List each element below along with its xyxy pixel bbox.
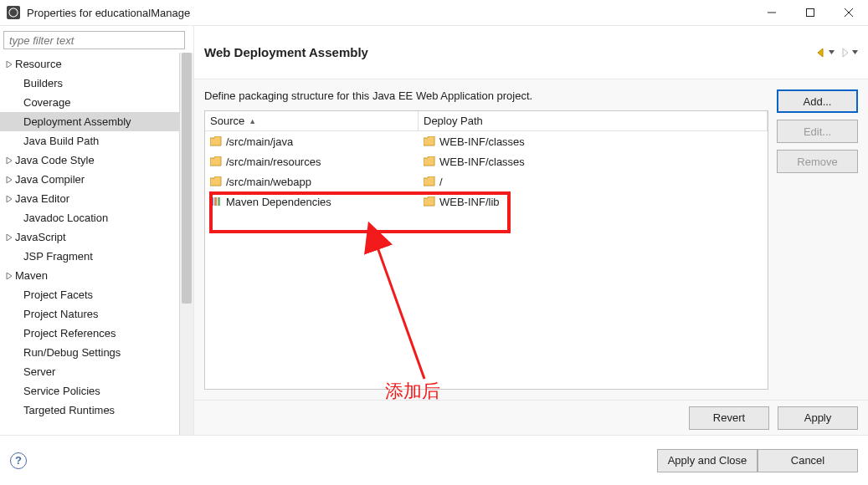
filter-container [3, 31, 185, 49]
tree-item[interactable]: Java Compiler [0, 170, 193, 189]
tree-item[interactable]: Project Natures [0, 304, 193, 324]
tree-item[interactable]: Server [0, 362, 193, 381]
tree-item[interactable]: JavaScript [0, 227, 193, 247]
tree-item[interactable]: Project Facets [0, 285, 193, 304]
panel-footer: Revert Apply [194, 400, 868, 435]
tree-item[interactable]: Java Build Path [0, 131, 193, 151]
maximize-button[interactable] [791, 0, 829, 25]
apply-and-close-button[interactable]: Apply and Close [657, 449, 758, 472]
tree-item-label: Java Build Path [15, 135, 99, 147]
tree-item[interactable]: Run/Debug Settings [0, 343, 193, 362]
svg-line-7 [377, 245, 424, 379]
tree-item-label: Java Editor [15, 192, 69, 205]
tree-item-label: Project References [15, 327, 116, 340]
side-button-column: Add... Edit... Remove [777, 89, 858, 390]
library-icon [210, 197, 222, 207]
apply-button[interactable]: Apply [778, 406, 858, 430]
tree-item-label: JavaScript [15, 231, 66, 243]
table-row[interactable]: Maven DependenciesWEB-INF/lib [205, 191, 768, 212]
minimize-button[interactable] [752, 0, 791, 25]
remove-button[interactable]: Remove [777, 150, 858, 173]
tree-item-label: Javadoc Location [15, 212, 108, 224]
cell-source: /src/main/resources [226, 156, 321, 168]
folder-icon [424, 197, 435, 207]
filter-input[interactable] [3, 31, 185, 49]
tree-item-label: Server [15, 365, 55, 378]
folder-icon [424, 136, 435, 146]
tree-item[interactable]: Java Code Style [0, 151, 193, 170]
tree-item-label: Project Natures [15, 308, 99, 320]
sidebar: ResourceBuildersCoverageDeployment Assem… [0, 26, 194, 435]
panel-description: Define packaging structure for this Java… [204, 89, 768, 102]
folder-icon [210, 136, 222, 146]
tree-item-label: Project Facets [15, 288, 93, 301]
folder-icon [210, 176, 222, 186]
cell-deploy-path: WEB-INF/classes [439, 156, 525, 168]
sort-asc-icon: ▲ [249, 117, 256, 125]
table-row[interactable]: /src/main/webapp/ [205, 171, 768, 191]
titlebar: Properties for educationalManage [0, 0, 868, 25]
tree-item[interactable]: Maven [0, 266, 193, 285]
chevron-right-icon[interactable] [3, 157, 15, 164]
tree-item-label: JSP Fragment [15, 250, 93, 263]
sidebar-scrollbar[interactable] [179, 53, 193, 435]
tree-item-label: Deployment Assembly [15, 115, 131, 128]
tree-item[interactable]: Builders [0, 74, 193, 93]
add-button[interactable]: Add... [777, 89, 858, 113]
column-deploy-path[interactable]: Deploy Path [419, 111, 768, 130]
tree-item[interactable]: JSP Fragment [0, 247, 193, 266]
tree-item[interactable]: Coverage [0, 93, 193, 112]
svg-rect-5 [214, 197, 217, 206]
history-forward-button[interactable] [840, 48, 858, 58]
scrollbar-thumb[interactable] [182, 53, 192, 304]
panel-header: Web Deployment Assembly [194, 26, 868, 79]
chevron-right-icon[interactable] [3, 273, 15, 279]
cell-deploy-path: WEB-INF/lib [439, 196, 500, 208]
tree-item[interactable]: Project References [0, 324, 193, 343]
tree-item-label: Service Policies [15, 385, 100, 397]
eclipse-icon [7, 6, 20, 19]
tree-item-label: Run/Debug Settings [15, 346, 121, 359]
tree-item-label: Java Code Style [15, 154, 95, 166]
help-icon[interactable]: ? [10, 452, 27, 469]
tree-item-label: Maven [15, 269, 48, 282]
edit-button[interactable]: Edit... [777, 120, 858, 143]
chevron-right-icon[interactable] [3, 196, 15, 202]
tree-item[interactable]: Java Editor [0, 189, 193, 208]
preferences-tree[interactable]: ResourceBuildersCoverageDeployment Assem… [0, 53, 193, 420]
tree-item[interactable]: Service Policies [0, 381, 193, 401]
history-back-button[interactable] [816, 48, 835, 58]
close-button[interactable] [829, 0, 868, 25]
cell-deploy-path: / [439, 176, 443, 188]
folder-icon [424, 156, 435, 166]
tree-item-label: Coverage [15, 96, 70, 109]
cell-source: /src/main/webapp [226, 176, 311, 188]
svg-rect-6 [218, 197, 220, 206]
window-title: Properties for educationalManage [27, 7, 752, 19]
tree-item[interactable]: Deployment Assembly [0, 112, 193, 131]
table-row[interactable]: /src/main/resourcesWEB-INF/classes [205, 151, 768, 171]
assembly-table[interactable]: Source ▲ Deploy Path /src/main/javaWEB-I… [204, 110, 768, 390]
tree-item[interactable]: Targeted Runtimes [0, 401, 193, 420]
chevron-right-icon[interactable] [3, 61, 15, 68]
cell-source: /src/main/java [226, 135, 293, 148]
column-source[interactable]: Source ▲ [205, 111, 419, 130]
chevron-right-icon[interactable] [3, 234, 15, 241]
table-header: Source ▲ Deploy Path [205, 111, 768, 131]
tree-item-label: Resource [15, 58, 62, 70]
cancel-button[interactable]: Cancel [758, 449, 858, 472]
table-row[interactable]: /src/main/javaWEB-INF/classes [205, 131, 768, 151]
tree-item-label: Targeted Runtimes [15, 404, 115, 416]
tree-item-label: Java Compiler [15, 173, 85, 186]
chevron-right-icon[interactable] [3, 176, 15, 183]
cell-source: Maven Dependencies [226, 196, 331, 208]
cell-deploy-path: WEB-INF/classes [439, 135, 525, 148]
svg-rect-4 [211, 197, 213, 206]
tree-item[interactable]: Resource [0, 54, 193, 74]
tree-item-label: Builders [15, 77, 63, 89]
bottom-bar: ? Apply and Close Cancel [0, 435, 868, 485]
folder-icon [210, 156, 222, 166]
revert-button[interactable]: Revert [689, 406, 769, 430]
folder-icon [424, 176, 435, 186]
tree-item[interactable]: Javadoc Location [0, 208, 193, 227]
